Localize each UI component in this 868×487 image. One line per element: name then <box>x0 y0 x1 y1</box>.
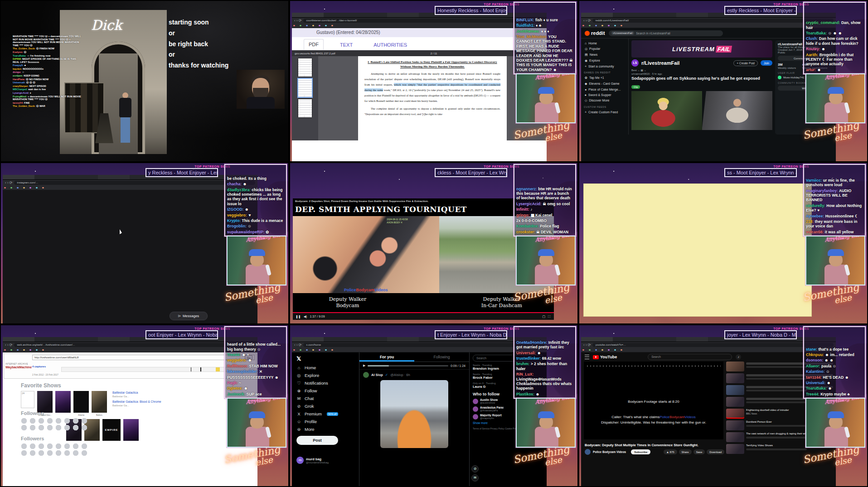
save-button[interactable]: Save <box>693 449 705 454</box>
poster-name[interactable]: AI Slop <box>371 373 383 377</box>
sort-controls[interactable]: Best ⌄ ▦ ⌄ <box>631 68 772 72</box>
post-image[interactable] <box>631 91 772 130</box>
x-nav-item[interactable]: ⊖More <box>296 425 354 433</box>
browser-nav-icons[interactable]: ‹ › ⟳ <box>5 181 12 185</box>
browser-nav-icons[interactable]: ‹ › ⟳ <box>294 19 301 23</box>
sidebar-item[interactable]: +Start a community <box>584 63 626 69</box>
sidebar-game-item[interactable]: ♠Sword & Supper <box>584 92 626 97</box>
browser-tab-strip[interactable] <box>292 337 547 342</box>
x-nav-item[interactable]: XPremium50% off <box>296 410 354 418</box>
video-thumbnail[interactable] <box>726 397 744 407</box>
bookmarks-bar[interactable] <box>3 348 257 352</box>
browser-tab-strip[interactable] <box>292 13 547 18</box>
browser-nav-icons[interactable]: ‹ › ⟳ <box>583 343 591 347</box>
url-bar[interactable]: web.archive.org/web/…/tvshowtime.com/use… <box>14 343 255 347</box>
like-button[interactable]: ▲ 875 <box>664 449 677 454</box>
search-bar[interactable]: r/LivestreamFail Search in r/LivestreamF… <box>609 30 723 36</box>
progress-bar[interactable] <box>368 365 448 366</box>
grok-fab[interactable]: ⊘ <box>471 465 479 473</box>
player-settings-icons[interactable]: ▢ ⛶ <box>543 315 551 318</box>
following-avatar-grid[interactable] <box>21 418 89 431</box>
video-thumbnail[interactable] <box>726 362 744 371</box>
search-scope-chip[interactable]: r/LivestreamFail <box>611 31 635 35</box>
sidebar-feed-item[interactable]: +Create Custom Feed <box>584 109 626 115</box>
suggestion-avatar[interactable] <box>473 399 478 404</box>
show-link[interactable]: Battlestar Galactica: Blood & Chrome <box>112 400 161 404</box>
pdf-thumb-3[interactable]: 3 <box>298 99 312 117</box>
browser-tab-strip[interactable] <box>3 337 257 342</box>
mic-icon[interactable]: ♪ <box>736 354 741 360</box>
pdf-thumb-2[interactable]: 2 <box>298 79 312 97</box>
sidebar-item[interactable]: ◉Explore <box>584 58 626 63</box>
youtube-logo[interactable]: YouTube <box>593 355 617 359</box>
bookmarks-bar[interactable] <box>581 24 836 28</box>
video-thumbnail[interactable] <box>726 444 744 454</box>
tab-following[interactable]: Following <box>414 352 469 362</box>
wayback-url-field[interactable]: http://tvshowtime.com/user/d6baNL8Go <box>32 355 255 360</box>
browser-nav-icons[interactable]: ‹ › ⟳ <box>294 343 301 347</box>
suggestion-avatar[interactable] <box>473 406 478 412</box>
x-nav-item[interactable]: ☺Profile <box>296 418 354 425</box>
sidebar-game-item[interactable]: ◆Elevens - Card Game <box>584 81 626 87</box>
menu-icon[interactable] <box>585 355 589 359</box>
messages-fab[interactable]: ✉ <box>471 474 479 482</box>
reddit-logo[interactable]: reddit <box>585 30 605 36</box>
bookmarks-bar[interactable] <box>292 24 547 28</box>
video-thumbnail[interactable] <box>726 420 744 430</box>
sidebar-item[interactable]: ◎Popular <box>584 46 626 52</box>
x-nav-item[interactable]: ♡Notifications <box>296 379 354 387</box>
poster-avatar[interactable] <box>363 372 369 378</box>
bookmarks-bar[interactable] <box>3 186 257 190</box>
join-button[interactable]: Join <box>761 60 772 66</box>
suggestion-avatar[interactable] <box>473 414 478 419</box>
search-input[interactable]: Search <box>648 354 732 360</box>
x-nav-item[interactable]: ✉Chat <box>296 395 354 402</box>
video-thumbnail[interactable] <box>726 385 744 395</box>
pdf-sheet-area[interactable]: I. Bonnell's Late-Shifted Position Seeks… <box>318 56 547 140</box>
pause-icon[interactable]: ❚❚ <box>296 315 301 318</box>
pdf-thumbnail-rail[interactable]: 1 2 3 <box>292 56 318 140</box>
x-logo[interactable]: 𝕏 <box>296 355 354 362</box>
volume-icon[interactable]: ◀) <box>304 315 307 318</box>
channel-name[interactable]: Police Bodycam Videos <box>593 450 626 453</box>
browser-nav-icons[interactable]: ‹ › ⟳ <box>5 343 12 347</box>
x-nav-item[interactable]: ⊘Grok <box>296 402 354 410</box>
pdf-thumb-1[interactable]: 1 <box>298 58 312 77</box>
browser-tab-strip[interactable] <box>3 175 257 180</box>
tab-pdf[interactable]: PDF <box>304 39 324 50</box>
video-thumbnail[interactable] <box>726 373 744 383</box>
account-switcher[interactable]: m murd bag@murderdnthebag <box>296 457 354 464</box>
show-poster-empire[interactable]: EMPIRE <box>102 419 121 441</box>
share-button[interactable]: Share <box>679 449 692 454</box>
post-title[interactable]: Sodapoppin goes off on Sykkuno saying he… <box>631 76 772 81</box>
player-controls[interactable]: ❚❚ ◀) 1:37 / 9:09 ▢ ⛶ <box>293 312 554 320</box>
video-thumbnail[interactable] <box>726 409 744 419</box>
sidebar-item[interactable]: ⌂Home <box>584 40 626 46</box>
play-icon[interactable]: ▶ <box>363 364 365 367</box>
x-nav-item[interactable]: ◎Explore <box>296 371 354 379</box>
sidebar-game-item[interactable]: ●Piece of Cake Merge... <box>584 87 626 92</box>
bookmarks-bar[interactable] <box>581 348 836 352</box>
captures-count[interactable]: 4 captures2 Feb 2012 - 23 Feb 2017 <box>32 361 58 377</box>
url-bar[interactable]: youtube.com/watch?v=… <box>592 343 834 347</box>
messages-button[interactable]: ⌲Messages <box>170 312 208 320</box>
create-post-button[interactable]: + Create Post <box>733 60 758 66</box>
video-player[interactable]: Bodycam Footage starts at 8:20 Caller: T… <box>584 362 723 439</box>
browser-nav-icons[interactable]: ‹ › ⟳ <box>583 19 591 23</box>
post-button[interactable]: Post <box>296 436 338 445</box>
url-bar[interactable]: x.com/home <box>303 343 544 347</box>
pinned-video-controls[interactable]: ▶ 0:09 / 1:24 <box>359 362 469 370</box>
sidebar-game-item[interactable]: ◇Discover More <box>584 97 626 103</box>
url-bar[interactable]: courtlistener.com/docket/…/dan-v-bonnell… <box>303 19 544 23</box>
bookmarks-bar[interactable] <box>292 348 547 352</box>
subscribe-button[interactable]: Subscribe <box>631 449 650 454</box>
channel-avatar[interactable] <box>585 449 591 455</box>
x-nav-item[interactable]: ⊕Follow <box>296 387 354 395</box>
show-link[interactable]: Battlestar Galactica <box>112 391 161 395</box>
show-poster[interactable] <box>123 419 139 441</box>
tab-for-you[interactable]: For you <box>359 352 414 362</box>
wayback-logo[interactable]: INTERNET ARCHIVE WaybackMachine <box>5 363 30 369</box>
browser-tab-strip[interactable] <box>581 13 836 18</box>
video-thumbnail[interactable] <box>726 432 744 442</box>
browser-tab-strip[interactable] <box>581 337 836 342</box>
